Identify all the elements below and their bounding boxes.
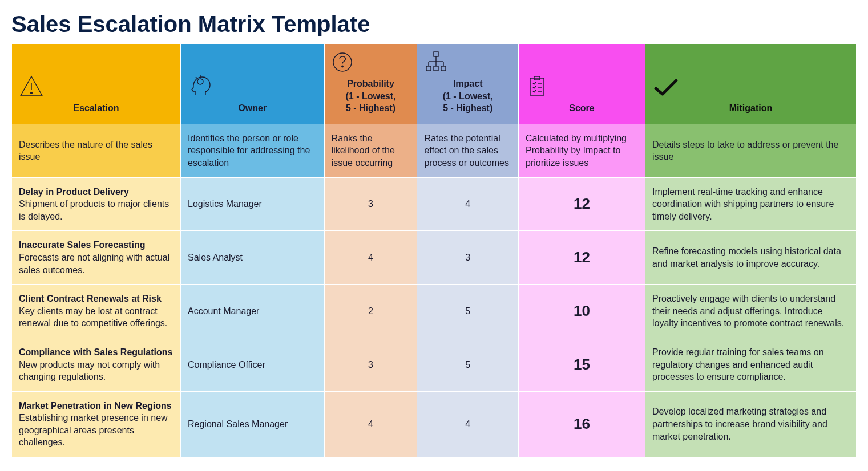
header-score: Score: [518, 44, 645, 124]
header-impact: Impact (1 - Lowest, 5 - Highest): [417, 44, 519, 124]
svg-rect-9: [426, 66, 431, 71]
cell-mitigation: Proactively engage with clients to under…: [645, 285, 856, 338]
row-title: Market Penetration in New Regions: [19, 400, 173, 412]
svg-point-7: [341, 66, 342, 67]
cell-escalation: Client Contract Renewals at Risk Key cli…: [12, 285, 181, 338]
svg-line-20: [534, 82, 536, 84]
desc-owner: Identifies the person or role responsibl…: [181, 124, 325, 177]
desc-mitigation: Details steps to take to address or prev…: [645, 124, 856, 177]
desc-score: Calculated by multiplying Probability by…: [518, 124, 645, 177]
svg-line-5: [196, 77, 197, 78]
row-title: Compliance with Sales Regulations: [19, 346, 173, 359]
cell-impact: 4: [417, 177, 519, 231]
cell-mitigation: Refine forecasting models using historic…: [645, 231, 856, 285]
row-detail: Key clients may be lost at contract rene…: [19, 306, 167, 328]
row-detail: Establishing market presence in new geog…: [19, 413, 168, 447]
warning-triangle-icon: [19, 75, 173, 98]
cell-impact: 5: [417, 285, 519, 338]
cell-score: 15: [518, 338, 645, 391]
table-row: Compliance with Sales Regulations New pr…: [12, 338, 857, 391]
svg-point-1: [31, 92, 33, 94]
desc-probability: Ranks the likelihood of the issue occurr…: [324, 124, 417, 177]
cell-score: 12: [518, 177, 645, 231]
cell-owner: Account Manager: [181, 285, 325, 338]
cell-probability: 4: [324, 231, 417, 285]
cell-owner: Regional Sales Manager: [181, 391, 325, 457]
header-label: Impact (1 - Lowest, 5 - Highest): [443, 79, 493, 113]
row-detail: New products may not comply with changin…: [19, 360, 160, 382]
table-row: Client Contract Renewals at Risk Key cli…: [12, 285, 857, 338]
row-detail: Shipment of products to major clients is…: [19, 199, 169, 221]
svg-point-2: [197, 79, 203, 84]
cell-probability: 3: [324, 177, 417, 231]
cell-score: 12: [518, 231, 645, 285]
cell-score: 10: [518, 285, 645, 338]
header-mitigation: Mitigation: [645, 44, 856, 124]
svg-rect-11: [441, 66, 446, 71]
cell-mitigation: Implement real-time tracking and enhance…: [645, 177, 856, 231]
cell-mitigation: Develop localized marketing strategies a…: [645, 391, 856, 457]
header-owner: Owner: [181, 44, 325, 124]
header-label: Score: [569, 103, 594, 113]
check-icon: [652, 77, 849, 98]
head-idea-icon: [188, 72, 317, 98]
desc-escalation: Describes the nature of the sales issue: [12, 124, 181, 177]
checklist-icon: [526, 75, 638, 98]
header-probability: Probability (1 - Lowest, 5 - Highest): [324, 44, 417, 124]
page-title: Sales Escalation Matrix Template: [11, 11, 857, 37]
table-row: Inaccurate Sales Forecasting Forecasts a…: [12, 231, 857, 285]
cell-impact: 4: [417, 391, 519, 457]
desc-impact: Rates the potential effect on the sales …: [417, 124, 519, 177]
cell-impact: 3: [417, 231, 519, 285]
svg-rect-8: [434, 52, 438, 56]
escalation-matrix-table: Escalation Owner Probability (1 - Lowest…: [11, 44, 857, 457]
cell-escalation: Market Penetration in New Regions Establ…: [12, 391, 181, 457]
svg-rect-17: [530, 78, 544, 95]
row-title: Inaccurate Sales Forecasting: [19, 239, 173, 251]
row-title: Delay in Product Delivery: [19, 186, 173, 198]
header-label: Escalation: [73, 103, 119, 113]
cell-escalation: Inaccurate Sales Forecasting Forecasts a…: [12, 231, 181, 285]
cell-probability: 2: [324, 285, 417, 338]
header-label: Owner: [238, 103, 267, 113]
cell-score: 16: [518, 391, 645, 457]
hierarchy-icon: [424, 50, 511, 73]
table-header-row: Escalation Owner Probability (1 - Lowest…: [12, 44, 857, 124]
svg-line-26: [534, 90, 536, 92]
header-label: Probability (1 - Lowest, 5 - Highest): [345, 79, 395, 113]
cell-owner: Compliance Officer: [181, 338, 325, 391]
header-label: Mitigation: [729, 103, 773, 113]
row-detail: Forecasts are not aligning with actual s…: [19, 253, 169, 275]
cell-owner: Sales Analyst: [181, 231, 325, 285]
table-row: Market Penetration in New Regions Establ…: [12, 391, 857, 457]
cell-owner: Logistics Manager: [181, 177, 325, 231]
row-title: Client Contract Renewals at Risk: [19, 293, 173, 305]
cell-probability: 4: [324, 391, 417, 457]
cell-mitigation: Provide regular training for sales teams…: [645, 338, 856, 391]
table-description-row: Describes the nature of the sales issue …: [12, 124, 857, 177]
cell-escalation: Delay in Product Delivery Shipment of pr…: [12, 177, 181, 231]
cell-escalation: Compliance with Sales Regulations New pr…: [12, 338, 181, 391]
question-circle-icon: [332, 51, 410, 73]
header-escalation: Escalation: [12, 44, 181, 124]
svg-point-6: [333, 53, 352, 71]
cell-probability: 3: [324, 338, 417, 391]
svg-rect-10: [434, 66, 438, 71]
table-row: Delay in Product Delivery Shipment of pr…: [12, 177, 857, 231]
svg-line-23: [534, 86, 536, 88]
cell-impact: 5: [417, 338, 519, 391]
